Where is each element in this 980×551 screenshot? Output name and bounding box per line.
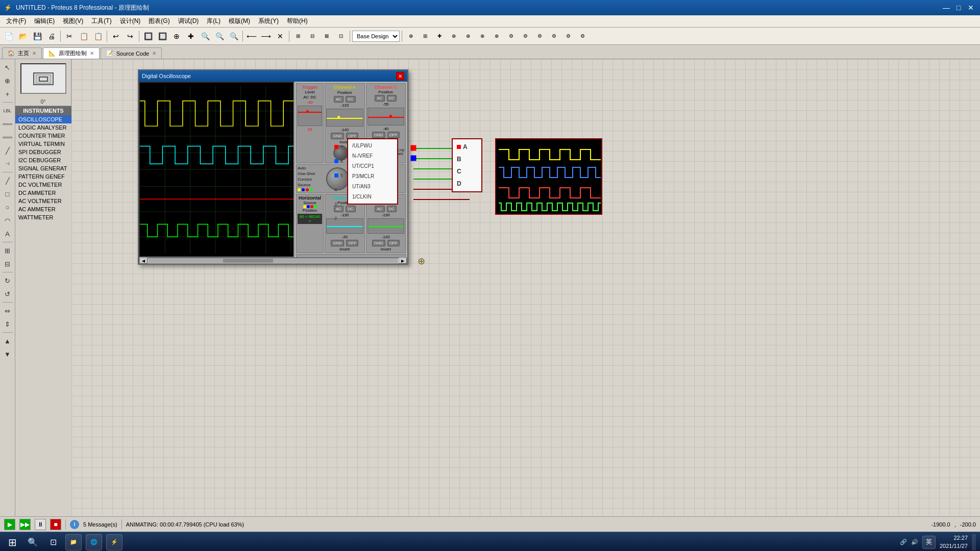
show-desktop-button[interactable]	[972, 534, 976, 550]
tool-draw-box[interactable]: □	[2, 188, 14, 200]
task-view-button[interactable]: ⊡	[45, 534, 61, 550]
tab-schematic[interactable]: 📐 原理图绘制 ✕	[43, 47, 100, 59]
ch-c-off[interactable]: OFF	[387, 132, 400, 138]
menu-file[interactable]: 文件(F)	[2, 16, 30, 27]
tool-wire[interactable]: ╱	[2, 144, 14, 157]
toolbar-bus[interactable]: ⊡	[334, 30, 348, 43]
menu-view[interactable]: 视图(V)	[59, 16, 87, 27]
tool-draw-circle[interactable]: ○	[2, 201, 14, 213]
toolbar-comp7[interactable]: ⊕	[490, 30, 503, 43]
maximize-button[interactable]: □	[953, 3, 964, 13]
toolbar-redo[interactable]: ↪	[124, 30, 137, 43]
tool-rotate-ccw[interactable]: ↺	[2, 288, 14, 300]
toolbar-zoom-in[interactable]: 🔍	[199, 30, 212, 43]
tool-pin[interactable]: ⊣	[2, 158, 14, 170]
start-button[interactable]: ⊞	[4, 534, 20, 550]
toolbar-zoom-out[interactable]: 🔍	[213, 30, 226, 43]
ch-d-gnd[interactable]: GND	[372, 240, 385, 246]
toolbar-print[interactable]: 🖨	[45, 30, 58, 43]
toolbar-pan[interactable]: ✚	[184, 30, 198, 43]
tab-source-code[interactable]: 📝 Source Code ✕	[101, 47, 162, 59]
close-button[interactable]: ✕	[966, 3, 976, 13]
ic-component[interactable]: 7 6 5 4 3 2	[347, 138, 398, 205]
menu-graph[interactable]: 图表(G)	[144, 16, 174, 27]
tab-home-close[interactable]: ✕	[32, 51, 36, 56]
tool-zoom-in[interactable]: ⊞	[2, 244, 14, 257]
menu-help[interactable]: 帮助(H)	[283, 16, 312, 27]
toolbar-new[interactable]: 📄	[2, 30, 15, 43]
tool-text[interactable]: ═══	[2, 118, 14, 130]
menu-design[interactable]: 设计(N)	[116, 16, 145, 27]
instrument-virtual-terminal[interactable]: VIRTUAL TERMIN	[15, 140, 71, 148]
tool-draw-text[interactable]: A	[2, 228, 14, 240]
toolbar-cut[interactable]: ✂	[63, 30, 76, 43]
tool-flip-h[interactable]: ⇔	[2, 305, 14, 317]
design-select[interactable]: Base Design	[352, 31, 400, 42]
instrument-counter-timer[interactable]: COUNTER TIMER	[15, 132, 71, 140]
taskbar-file-explorer[interactable]: 📁	[65, 534, 82, 550]
tool-component[interactable]: ⊕	[2, 74, 14, 87]
toolbar-select[interactable]: 🔲	[141, 30, 155, 43]
ch-c-gnd[interactable]: GND	[372, 132, 385, 138]
toolbar-copy[interactable]: 📋	[77, 30, 90, 43]
osc-scroll-left[interactable]: ◀	[139, 258, 148, 264]
toolbar-undo[interactable]: ↩	[109, 30, 122, 43]
ch-d-off[interactable]: OFF	[387, 240, 400, 246]
taskbar-app[interactable]: ⚡	[106, 534, 122, 550]
toolbar-comp6[interactable]: ⊕	[476, 30, 489, 43]
ch-b-off[interactable]: OFF	[346, 240, 358, 246]
toolbar-comp8[interactable]: ⚙	[504, 30, 518, 43]
menu-system[interactable]: 系统(Y)	[254, 16, 283, 27]
instrument-signal-generator[interactable]: SIGNAL GENERAT	[15, 164, 71, 172]
menu-library[interactable]: 库(L)	[203, 16, 225, 27]
toolbar-comp2[interactable]: ⊞	[419, 30, 432, 43]
toolbar-grid[interactable]: ⊞	[291, 30, 305, 43]
tool-zoom-out[interactable]: ⊟	[2, 258, 14, 270]
ch-a-ac[interactable]: AC	[334, 96, 344, 103]
instrument-dc-voltmeter[interactable]: DC VOLTMETER	[15, 181, 71, 189]
toolbar-zoom-area[interactable]: 🔲	[156, 30, 169, 43]
toolbar-comp11[interactable]: ⚙	[547, 30, 560, 43]
toolbar-comp9[interactable]: ⚙	[519, 30, 532, 43]
tool-nav-up[interactable]: ▲	[2, 335, 14, 347]
language-button[interactable]: 英	[922, 536, 936, 549]
toolbar-comp13[interactable]: ⚙	[576, 30, 589, 43]
instrument-wattmeter[interactable]: WATTMETER	[15, 213, 71, 221]
instrument-ac-ammeter[interactable]: AC AMMETER	[15, 205, 71, 213]
tool-bus[interactable]: ═══	[2, 131, 14, 143]
ch-a-dc[interactable]: DC	[346, 96, 356, 103]
instrument-oscilloscope[interactable]: OSCILLOSCOPE	[15, 115, 71, 123]
instrument-logic-analyser[interactable]: LOGIC ANALYSER	[15, 123, 71, 132]
tool-draw-line[interactable]: ╱	[2, 174, 14, 187]
tab-home[interactable]: 🏠 主页 ✕	[2, 47, 42, 59]
sim-stop-button[interactable]: ■	[50, 519, 61, 530]
toolbar-comp5[interactable]: ⊕	[461, 30, 475, 43]
sim-step-button[interactable]: ▶▶	[19, 519, 31, 530]
toolbar-comp12[interactable]: ⚙	[561, 30, 575, 43]
ch-a-gnd[interactable]: GND	[331, 133, 344, 139]
toolbar-comp1[interactable]: ⊕	[404, 30, 418, 43]
ch-b-dc[interactable]: DC	[346, 206, 356, 212]
sim-play-button[interactable]: ▶	[4, 519, 15, 530]
tool-label[interactable]: LBL	[2, 105, 14, 117]
tool-nav-down[interactable]: ▼	[2, 348, 14, 360]
search-button[interactable]: 🔍	[24, 534, 41, 550]
menu-edit[interactable]: 编辑(E)	[30, 16, 59, 27]
ch-c-ac[interactable]: AC	[375, 95, 384, 102]
osc-scrollbar[interactable]: ◀ ▶	[139, 258, 407, 264]
osc-scroll-right[interactable]: ▶	[399, 258, 407, 264]
menu-template[interactable]: 模版(M)	[225, 16, 254, 27]
toolbar-zoom-in2[interactable]: ⊕	[170, 30, 183, 43]
canvas-area[interactable]: Digital Oscilloscope ✕	[71, 59, 980, 516]
tool-flip-v[interactable]: ⇕	[2, 318, 14, 330]
instrument-pattern-generator[interactable]: PATTERN GENEF	[15, 172, 71, 181]
toolbar-ortho[interactable]: ⊠	[320, 30, 333, 43]
toolbar-close-x[interactable]: ✕	[274, 30, 287, 43]
toolbar-nav-fwd[interactable]: ⟶	[259, 30, 273, 43]
toolbar-snap[interactable]: ⊟	[306, 30, 319, 43]
tool-draw-arc[interactable]: ◠	[2, 214, 14, 227]
minimize-button[interactable]: —	[941, 3, 951, 13]
toolbar-save[interactable]: 💾	[31, 30, 44, 43]
oscilloscope-close-button[interactable]: ✕	[396, 72, 404, 80]
sim-pause-button[interactable]: ⏸	[35, 519, 46, 530]
